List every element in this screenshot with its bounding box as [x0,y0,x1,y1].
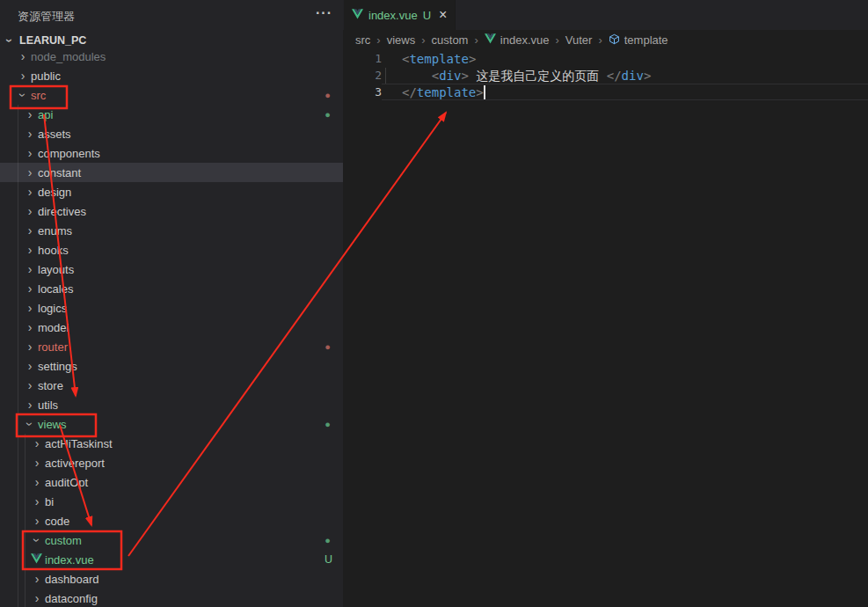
tree-item-utils[interactable]: ›utils [0,395,343,414]
chevron-right-icon: › [25,361,35,371]
tree-item-code[interactable]: ›code [0,511,343,530]
code-line-content: <div> 这是我自己定义的页面 </div> [382,67,868,84]
breadcrumb-item-src[interactable]: src [355,33,370,47]
tree-item-store[interactable]: ›store [0,376,343,395]
chevron-right-icon: › [32,516,42,526]
more-actions-icon[interactable]: ··· [316,5,332,21]
chevron-right-icon: › [18,51,28,62]
code-line-content: <template> [382,50,868,67]
breadcrumb-label: template [624,33,668,47]
tree-item-custom[interactable]: ›custom● [0,530,343,550]
tree-item-index.vue[interactable]: index.vueU [0,550,343,569]
tab-title: index.vue [368,9,418,22]
file-tree: ›node_modules›public›src●›api●›assets›co… [0,47,343,607]
close-icon[interactable]: × [439,9,447,21]
chevron-right-icon: › [25,399,35,410]
tree-item-label: directives [38,205,86,218]
tree-item-label: api [38,108,53,121]
tree-item-bi[interactable]: ›bi [0,492,343,511]
tree-item-settings[interactable]: ›settings [0,356,343,376]
tree-item-label: views [38,418,67,431]
tree-item-label: enums [38,224,72,238]
git-modified-dot-icon: ● [325,85,331,105]
chevron-down-icon: › [18,90,28,100]
tree-item-label: index.vue [45,553,94,567]
tree-item-locales[interactable]: ›locales [0,279,343,298]
tree-item-design[interactable]: ›design [0,182,343,201]
tree-item-constant[interactable]: ›constant [0,163,343,182]
git-untracked-badge: U [325,550,332,569]
tab-index-vue[interactable]: index.vue U × [344,0,456,30]
vscode-window: 资源管理器 ··· › LEARUN_PC ›node_modules›publ… [0,0,868,607]
chevron-right-icon: › [25,322,35,333]
breadcrumb-label: custom [432,33,469,47]
tree-item-api[interactable]: ›api● [0,105,343,124]
tree-item-views[interactable]: ›views● [0,414,343,434]
breadcrumb-item-custom[interactable]: custom [432,33,469,47]
tree-item-components[interactable]: ›components [0,143,343,163]
tree-item-model[interactable]: ›model [0,318,343,337]
tree-item-dashboard[interactable]: ›dashboard [0,569,343,589]
code-line-2[interactable]: 2 <div> 这是我自己定义的页面 </div> [343,67,868,84]
tree-item-activereport[interactable]: ›activereport [0,453,343,472]
tree-item-label: router [38,340,68,354]
chevron-right-icon: › [25,186,35,197]
tree-item-directives[interactable]: ›directives [0,201,343,221]
chevron-right-icon: › [25,303,35,313]
breadcrumb-item-template[interactable]: template [609,33,668,48]
breadcrumb-item-views[interactable]: views [387,33,416,47]
tree-item-label: utils [38,399,58,412]
tree-item-dataconfig[interactable]: ›dataconfig [0,589,343,607]
tree-item-label: locales [38,282,73,296]
breadcrumb-label: views [387,33,416,47]
tree-item-router[interactable]: ›router● [0,337,343,356]
tree-item-label: dashboard [45,573,98,586]
line-number: 2 [343,67,382,84]
tree-item-auditOpt[interactable]: ›auditOpt [0,472,343,492]
chevron-right-icon: › [25,264,35,274]
tree-item-label: constant [38,166,81,179]
breadcrumb-label: src [355,33,370,47]
tree-indent-guide [25,434,26,607]
tree-item-layouts[interactable]: ›layouts [0,260,343,279]
breadcrumb-item-index.vue[interactable]: index.vue [485,33,550,47]
code-line-1[interactable]: 1<template> [343,50,868,67]
chevron-right-icon: › [32,496,42,507]
tree-item-label: components [38,147,100,160]
chevron-right-icon: › [25,283,35,294]
tree-item-logics[interactable]: ›logics [0,298,343,318]
tree-item-label: activereport [45,457,105,470]
tree-item-public[interactable]: ›public [0,66,343,85]
chevron-right-icon: › [25,245,35,255]
explorer-title-bar: 资源管理器 ··· [0,0,343,31]
chevron-down-icon: › [32,535,42,545]
tab-git-status-badge: U [423,9,431,22]
breadcrumb-separator-icon: › [474,33,478,47]
tree-item-src[interactable]: ›src● [0,85,343,105]
tree-item-actHiTaskinst[interactable]: ›actHiTaskinst [0,434,343,453]
breadcrumb-separator-icon: › [376,33,380,47]
chevron-right-icon: › [32,574,42,584]
tree-item-enums[interactable]: ›enums [0,221,343,240]
tree-item-label: code [45,515,69,528]
text-cursor [484,85,485,99]
chevron-right-icon: › [32,593,42,603]
code-editor[interactable]: 1<template>2 <div> 这是我自己定义的页面 </div>3</t… [343,50,868,100]
tree-item-label: layouts [38,263,74,276]
indent-guide [385,68,386,84]
tree-item-label: auditOpt [45,476,88,489]
chevron-right-icon: › [32,438,42,449]
breadcrumb-item-Vuter[interactable]: Vuter [565,33,593,47]
editor-group: index.vue U × src›views›custom›index.vue… [343,0,868,607]
breadcrumb-separator-icon: › [421,33,425,47]
tree-item-label: custom [45,534,82,547]
code-line-3[interactable]: 3</template> [343,84,868,100]
git-untracked-dot-icon: ● [325,530,331,550]
tree-item-assets[interactable]: ›assets [0,124,343,143]
chevron-right-icon: › [25,380,35,391]
tree-item-node_modules[interactable]: ›node_modules [0,47,343,66]
tree-item-hooks[interactable]: ›hooks [0,240,343,260]
tree-item-label: design [38,186,71,199]
tree-item-label: hooks [38,244,69,257]
tree-item-label: actHiTaskinst [45,437,113,450]
